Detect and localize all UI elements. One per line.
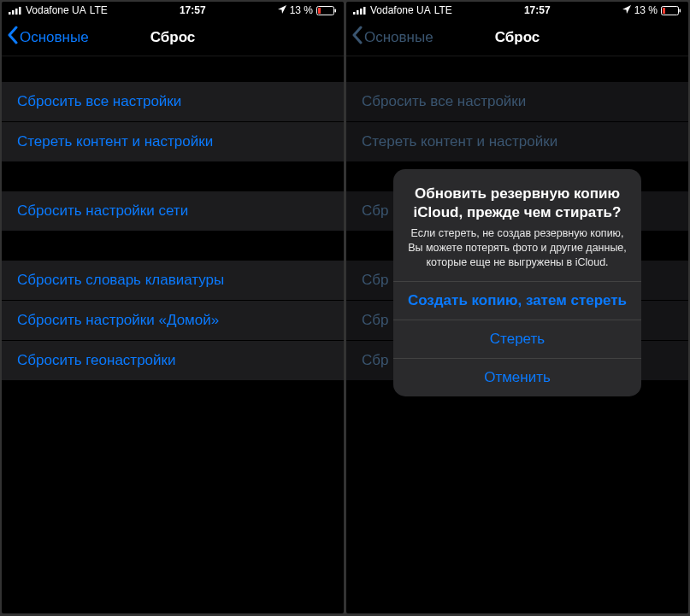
phone-right: Vodafone UA LTE 17:57 13 % Основные Сбро… xyxy=(346,2,688,613)
alert-backup-then-erase-button[interactable]: Создать копию, затем стереть xyxy=(393,281,641,320)
reset-network-row[interactable]: Сбросить настройки сети xyxy=(2,191,344,231)
chevron-left-icon xyxy=(351,26,363,49)
settings-group: Сбросить словарь клавиатуры Сбросить нас… xyxy=(2,261,344,380)
svg-rect-12 xyxy=(663,8,665,14)
nav-title: Сброс xyxy=(150,29,196,46)
status-time: 17:57 xyxy=(180,4,206,16)
reset-all-settings-row: Сбросить все настройки xyxy=(346,82,688,122)
settings-group: Сбросить настройки сети xyxy=(2,191,344,231)
location-icon xyxy=(278,4,286,16)
svg-rect-1 xyxy=(12,10,15,15)
status-time: 17:57 xyxy=(524,4,551,16)
erase-content-row: Стереть контент и настройки xyxy=(346,122,688,161)
network-text: LTE xyxy=(434,4,452,16)
carrier-text: Vodafone UA xyxy=(26,4,86,16)
battery-text: 13 % xyxy=(290,4,313,16)
svg-rect-13 xyxy=(679,9,681,12)
settings-group: Сбросить все настройки Стереть контент и… xyxy=(346,82,688,161)
alert-message: Если стереть, не создав резервную копию,… xyxy=(407,226,628,270)
erase-content-row[interactable]: Стереть контент и настройки xyxy=(2,122,344,161)
back-button: Основные xyxy=(346,26,433,49)
reset-keyboard-row[interactable]: Сбросить словарь клавиатуры xyxy=(2,261,344,301)
svg-rect-7 xyxy=(353,12,356,15)
carrier-text: Vodafone UA xyxy=(370,4,431,16)
alert-dialog: Обновить резервную копию iCloud, прежде … xyxy=(393,169,641,396)
svg-rect-6 xyxy=(334,9,336,12)
alert-body: Обновить резервную копию iCloud, прежде … xyxy=(393,169,641,281)
chevron-left-icon xyxy=(7,26,18,49)
settings-group: Сбросить все настройки Стереть контент и… xyxy=(2,82,344,161)
status-left: Vodafone UA LTE xyxy=(9,4,108,16)
battery-text: 13 % xyxy=(634,4,658,16)
signal-icon xyxy=(353,6,367,15)
back-label: Основные xyxy=(20,29,89,46)
nav-title: Сброс xyxy=(495,29,540,46)
nav-bar: Основные Сброс xyxy=(2,19,344,56)
content: Сбросить все настройки Стереть контент и… xyxy=(2,56,344,380)
battery-icon xyxy=(316,6,337,15)
status-bar: Vodafone UA LTE 17:57 13 % xyxy=(2,2,344,19)
status-right: 13 % xyxy=(622,4,681,16)
alert-title: Обновить резервную копию iCloud, прежде … xyxy=(407,185,628,221)
phone-left: Vodafone UA LTE 17:57 13 % Основные Сбро… xyxy=(2,2,344,613)
reset-location-row[interactable]: Сбросить геонастройки xyxy=(2,341,344,380)
svg-rect-2 xyxy=(15,9,18,15)
status-right: 13 % xyxy=(278,4,337,16)
svg-rect-10 xyxy=(363,7,366,15)
reset-home-row[interactable]: Сбросить настройки «Домой» xyxy=(2,301,344,341)
reset-all-settings-row[interactable]: Сбросить все настройки xyxy=(2,82,344,122)
back-label: Основные xyxy=(364,29,433,46)
svg-rect-5 xyxy=(318,8,321,14)
status-bar: Vodafone UA LTE 17:57 13 % xyxy=(346,2,688,19)
back-button[interactable]: Основные xyxy=(2,26,89,49)
network-text: LTE xyxy=(90,4,108,16)
svg-rect-3 xyxy=(19,7,21,15)
nav-bar: Основные Сброс xyxy=(346,19,688,56)
svg-rect-9 xyxy=(360,9,363,15)
status-left: Vodafone UA LTE xyxy=(353,4,452,16)
signal-icon xyxy=(9,6,22,15)
battery-icon xyxy=(661,6,681,15)
location-icon xyxy=(622,4,631,16)
svg-rect-8 xyxy=(357,10,359,15)
alert-erase-button[interactable]: Стереть xyxy=(393,320,641,358)
svg-rect-0 xyxy=(9,12,11,15)
alert-cancel-button[interactable]: Отменить xyxy=(393,358,641,396)
